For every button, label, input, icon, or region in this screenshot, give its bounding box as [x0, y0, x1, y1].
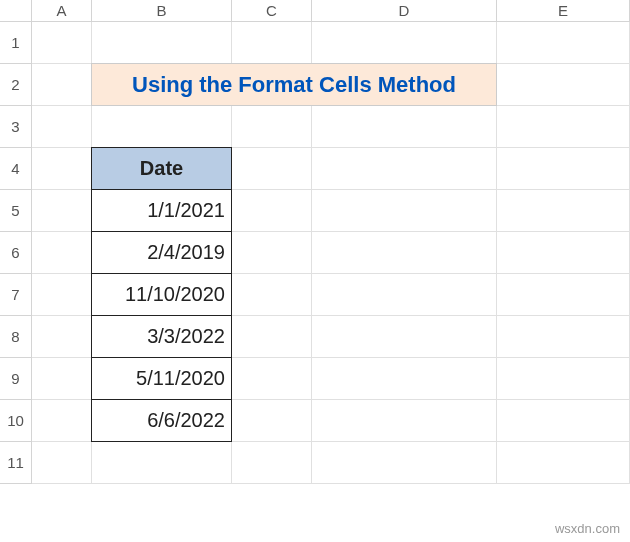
- cell-E5[interactable]: [497, 190, 630, 232]
- row-header-11[interactable]: 11: [0, 442, 32, 484]
- cell-A10[interactable]: [32, 400, 92, 442]
- cell-E10[interactable]: [497, 400, 630, 442]
- cell-A5[interactable]: [32, 190, 92, 232]
- table-row[interactable]: 6/6/2022: [91, 399, 232, 442]
- cell-D9[interactable]: [312, 358, 497, 400]
- cell-A11[interactable]: [32, 442, 92, 484]
- cell-D5[interactable]: [312, 190, 497, 232]
- row-header-8[interactable]: 8: [0, 316, 32, 358]
- col-header-C[interactable]: C: [232, 0, 312, 22]
- col-header-B[interactable]: B: [92, 0, 232, 22]
- cell-E6[interactable]: [497, 232, 630, 274]
- row-header-2[interactable]: 2: [0, 64, 32, 106]
- cell-A1[interactable]: [32, 22, 92, 64]
- table-row[interactable]: 1/1/2021: [91, 189, 232, 232]
- row-header-10[interactable]: 10: [0, 400, 32, 442]
- cell-E8[interactable]: [497, 316, 630, 358]
- cell-C6[interactable]: [232, 232, 312, 274]
- cell-E9[interactable]: [497, 358, 630, 400]
- cell-D3[interactable]: [312, 106, 497, 148]
- cell-C3[interactable]: [232, 106, 312, 148]
- col-header-E[interactable]: E: [497, 0, 630, 22]
- cell-A9[interactable]: [32, 358, 92, 400]
- select-all-corner[interactable]: [0, 0, 32, 22]
- cell-C1[interactable]: [232, 22, 312, 64]
- cell-E3[interactable]: [497, 106, 630, 148]
- cell-C5[interactable]: [232, 190, 312, 232]
- cell-D11[interactable]: [312, 442, 497, 484]
- cell-A2[interactable]: [32, 64, 92, 106]
- row-header-6[interactable]: 6: [0, 232, 32, 274]
- cell-C4[interactable]: [232, 148, 312, 190]
- row-header-1[interactable]: 1: [0, 22, 32, 64]
- table-row[interactable]: 5/11/2020: [91, 357, 232, 400]
- cell-E4[interactable]: [497, 148, 630, 190]
- title-banner[interactable]: Using the Format Cells Method: [91, 63, 497, 106]
- cell-C8[interactable]: [232, 316, 312, 358]
- cell-D6[interactable]: [312, 232, 497, 274]
- cell-B11[interactable]: [92, 442, 232, 484]
- cell-A8[interactable]: [32, 316, 92, 358]
- table-row[interactable]: 2/4/2019: [91, 231, 232, 274]
- col-header-A[interactable]: A: [32, 0, 92, 22]
- cell-C9[interactable]: [232, 358, 312, 400]
- cell-A6[interactable]: [32, 232, 92, 274]
- cell-C7[interactable]: [232, 274, 312, 316]
- cell-E11[interactable]: [497, 442, 630, 484]
- table-row[interactable]: 11/10/2020: [91, 273, 232, 316]
- cell-E1[interactable]: [497, 22, 630, 64]
- row-header-5[interactable]: 5: [0, 190, 32, 232]
- cell-C10[interactable]: [232, 400, 312, 442]
- cell-A3[interactable]: [32, 106, 92, 148]
- cell-D10[interactable]: [312, 400, 497, 442]
- cell-E7[interactable]: [497, 274, 630, 316]
- cell-E2[interactable]: [497, 64, 630, 106]
- cell-A4[interactable]: [32, 148, 92, 190]
- cell-D8[interactable]: [312, 316, 497, 358]
- cell-B1[interactable]: [92, 22, 232, 64]
- row-header-3[interactable]: 3: [0, 106, 32, 148]
- row-header-9[interactable]: 9: [0, 358, 32, 400]
- watermark: wsxdn.com: [555, 521, 620, 536]
- cell-D1[interactable]: [312, 22, 497, 64]
- cell-C11[interactable]: [232, 442, 312, 484]
- table-header[interactable]: Date: [91, 147, 232, 190]
- row-header-7[interactable]: 7: [0, 274, 32, 316]
- table-row[interactable]: 3/3/2022: [91, 315, 232, 358]
- row-header-4[interactable]: 4: [0, 148, 32, 190]
- cell-D4[interactable]: [312, 148, 497, 190]
- cell-B3[interactable]: [92, 106, 232, 148]
- cell-D7[interactable]: [312, 274, 497, 316]
- col-header-D[interactable]: D: [312, 0, 497, 22]
- cell-A7[interactable]: [32, 274, 92, 316]
